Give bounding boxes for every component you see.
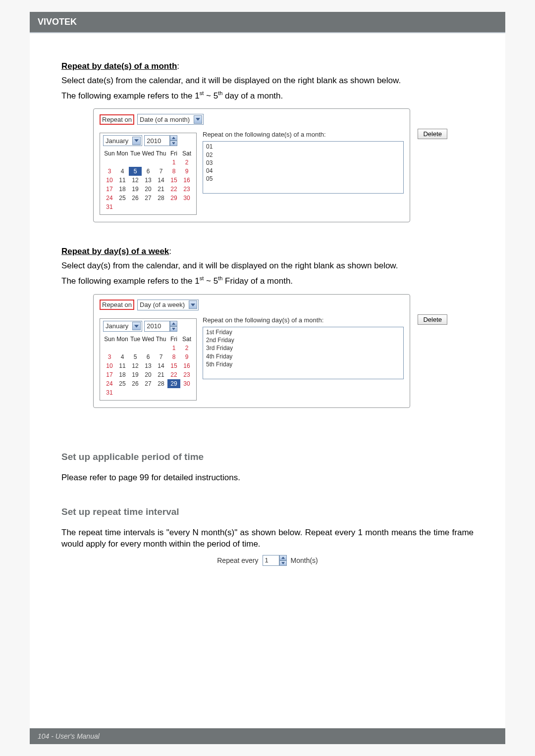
calendar-cell[interactable]: 20: [142, 185, 155, 194]
list-item[interactable]: 2nd Friday: [206, 336, 400, 344]
calendar-cell[interactable]: 18: [116, 185, 129, 194]
delete-button[interactable]: Delete: [418, 314, 447, 325]
calendar-cell[interactable]: 15: [167, 176, 180, 185]
calendar-cell[interactable]: 3: [103, 167, 116, 176]
calendar-cell[interactable]: 21: [155, 370, 167, 379]
chevron-down-icon[interactable]: [194, 115, 202, 124]
calendar-cell[interactable]: 9: [180, 167, 193, 176]
list-item[interactable]: 5th Friday: [206, 360, 400, 368]
spinner-down[interactable]: [170, 326, 177, 332]
svg-marker-5: [134, 325, 139, 327]
calendar-cell[interactable]: 7: [155, 353, 167, 361]
calendar-cell[interactable]: 30: [180, 194, 193, 202]
list-item[interactable]: 1st Friday: [206, 328, 400, 336]
mode-select[interactable]: Date (of a month): [137, 114, 204, 125]
calendar-cell[interactable]: 31: [103, 388, 116, 397]
calendar-cell: [103, 344, 116, 353]
calendar-cell[interactable]: 31: [103, 202, 116, 211]
calendar-cell[interactable]: 29: [167, 194, 180, 202]
calendar-cell[interactable]: 10: [103, 176, 116, 185]
calendar-cell[interactable]: 12: [129, 176, 142, 185]
delete-button[interactable]: Delete: [418, 129, 447, 139]
list-item[interactable]: 01: [206, 143, 400, 151]
brand-name: VIVOTEK: [38, 17, 77, 27]
calendar-cell[interactable]: 14: [155, 176, 167, 185]
calendar-cell[interactable]: 28: [155, 379, 167, 388]
list-item[interactable]: 03: [206, 159, 400, 167]
calendar-cell[interactable]: 22: [167, 370, 180, 379]
month-select[interactable]: January: [103, 135, 142, 146]
calendar-cell[interactable]: 9: [180, 353, 193, 361]
list-item[interactable]: 05: [206, 175, 400, 183]
calendar-cell[interactable]: 8: [167, 353, 180, 361]
calendar-cell[interactable]: 2: [180, 344, 193, 353]
calendar-cell[interactable]: 23: [180, 185, 193, 194]
calendar-cell[interactable]: 17: [103, 185, 116, 194]
month-select[interactable]: January: [103, 321, 142, 332]
list-item[interactable]: 04: [206, 167, 400, 175]
calendar-cell: [116, 388, 129, 397]
selected-dates-list[interactable]: 0102030405: [203, 141, 404, 194]
spinner-up[interactable]: [170, 135, 177, 141]
calendar-cell[interactable]: 21: [155, 185, 167, 194]
spinner-down[interactable]: [170, 141, 177, 146]
calendar-cell[interactable]: 4: [116, 167, 129, 176]
calendar-cell[interactable]: 24: [103, 194, 116, 202]
repeat-every-value[interactable]: 1: [263, 555, 279, 566]
calendar-cell[interactable]: 11: [116, 361, 129, 370]
list-item[interactable]: 3rd Friday: [206, 344, 400, 352]
spinner-up[interactable]: [279, 555, 287, 560]
calendar-cell[interactable]: 26: [129, 379, 142, 388]
calendar-cell[interactable]: 1: [167, 344, 180, 353]
calendar-cell[interactable]: 6: [142, 353, 155, 361]
calendar-cell[interactable]: 16: [180, 361, 193, 370]
svg-marker-8: [281, 556, 285, 558]
calendar-widget-date-mode: Repeat on Date (of a month) January: [93, 108, 410, 222]
list-item[interactable]: 02: [206, 151, 400, 159]
calendar-cell[interactable]: 14: [155, 361, 167, 370]
list-item[interactable]: 4th Friday: [206, 353, 400, 360]
calendar-cell[interactable]: 17: [103, 370, 116, 379]
mode-select[interactable]: Day (of a week): [137, 300, 199, 310]
calendar-cell[interactable]: 6: [142, 167, 155, 176]
calendar-cell[interactable]: 11: [116, 176, 129, 185]
calendar-cell[interactable]: 5: [129, 167, 142, 176]
calendar-cell[interactable]: 24: [103, 379, 116, 388]
selected-days-list[interactable]: 1st Friday2nd Friday3rd Friday4th Friday…: [203, 327, 404, 379]
calendar-cell[interactable]: 1: [167, 158, 180, 167]
calendar-cell[interactable]: 25: [116, 379, 129, 388]
calendar-cell[interactable]: 13: [142, 176, 155, 185]
calendar-cell[interactable]: 23: [180, 370, 193, 379]
calendar-cell[interactable]: 2: [180, 158, 193, 167]
calendar-cell[interactable]: 27: [142, 379, 155, 388]
calendar-cell[interactable]: 15: [167, 361, 180, 370]
calendar-cell[interactable]: 10: [103, 361, 116, 370]
calendar-cell[interactable]: 22: [167, 185, 180, 194]
calendar-cell[interactable]: 30: [180, 379, 193, 388]
calendar-cell[interactable]: 26: [129, 194, 142, 202]
repeat-on-label: Repeat on: [100, 114, 134, 125]
calendar-cell[interactable]: 28: [155, 194, 167, 202]
calendar-cell[interactable]: 3: [103, 353, 116, 361]
calendar-cell[interactable]: 20: [142, 370, 155, 379]
calendar-cell[interactable]: 5: [129, 353, 142, 361]
calendar-cell[interactable]: 18: [116, 370, 129, 379]
calendar-cell[interactable]: 19: [129, 185, 142, 194]
calendar-cell[interactable]: 19: [129, 370, 142, 379]
year-input[interactable]: 2010: [144, 321, 170, 332]
calendar-cell[interactable]: 16: [180, 176, 193, 185]
spinner-up[interactable]: [170, 321, 177, 326]
chevron-down-icon[interactable]: [189, 301, 197, 309]
calendar-cell[interactable]: 8: [167, 167, 180, 176]
year-input[interactable]: 2010: [144, 135, 170, 146]
spinner-down[interactable]: [279, 560, 287, 566]
calendar-cell[interactable]: 27: [142, 194, 155, 202]
chevron-down-icon[interactable]: [132, 137, 141, 145]
chevron-down-icon[interactable]: [132, 322, 141, 330]
calendar-cell[interactable]: 25: [116, 194, 129, 202]
calendar-cell[interactable]: 29: [167, 379, 180, 388]
calendar-cell[interactable]: 4: [116, 353, 129, 361]
calendar-cell[interactable]: 7: [155, 167, 167, 176]
calendar-cell[interactable]: 12: [129, 361, 142, 370]
calendar-cell[interactable]: 13: [142, 361, 155, 370]
